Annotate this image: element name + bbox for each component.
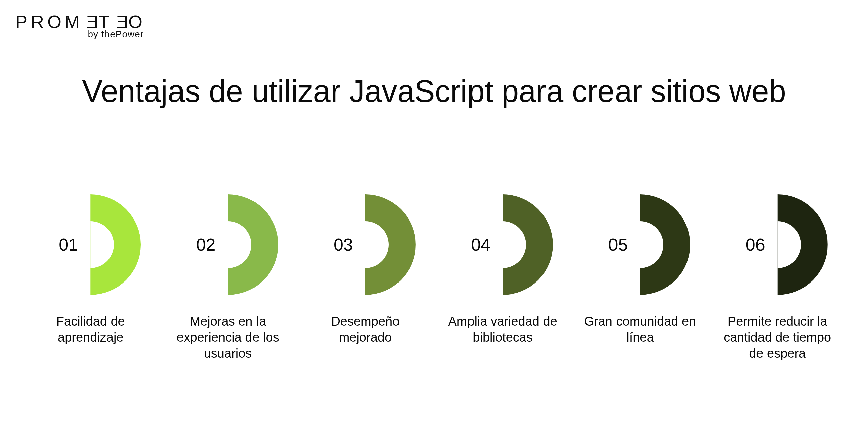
advantage-number: 03 [334,235,353,255]
brand-logo: PROMETEO by thePower [16,13,146,39]
advantage-label: Permite reducir la cantidad de tiempo de… [721,314,835,361]
advantage-number: 02 [196,235,216,255]
advantage-item-02: 02Mejoras en la experiencia de los usuar… [161,194,295,361]
d-badge-icon: 06 [727,194,828,295]
advantage-label: Gran comunidad en línea [583,314,697,346]
half-d-shape [727,194,828,295]
half-d-shape [178,194,278,295]
advantage-label: Mejoras en la experiencia de los usuario… [171,314,285,361]
half-d-shape [453,194,553,295]
page-title: Ventajas de utilizar JavaScript para cre… [43,74,825,109]
advantage-item-06: 06Permite reducir la cantidad de tiempo … [711,194,844,361]
advantage-item-01: 01Facilidad de aprendizaje [24,194,157,346]
d-badge-icon: 05 [590,194,690,295]
advantages-row: 01Facilidad de aprendizaje02Mejoras en l… [0,194,868,361]
d-badge-icon: 03 [315,194,415,295]
half-d-shape [590,194,690,295]
advantage-item-03: 03Desempeño mejorado [299,194,432,346]
half-d-shape [315,194,415,295]
d-badge-icon: 02 [178,194,278,295]
advantage-label: Amplia variedad de bibliotecas [446,314,560,346]
d-badge-icon: 01 [40,194,141,295]
d-badge-icon: 04 [453,194,553,295]
advantage-label: Desempeño mejorado [308,314,422,346]
advantage-label: Facilidad de aprendizaje [33,314,147,346]
advantage-number: 01 [59,235,78,255]
advantage-number: 04 [471,235,490,255]
advantage-item-04: 04Amplia variedad de bibliotecas [436,194,569,346]
advantage-item-05: 05Gran comunidad en línea [573,194,707,346]
logo-wordmark: PROMETEO [16,13,146,31]
advantage-number: 06 [746,235,765,255]
half-d-shape [40,194,141,295]
advantage-number: 05 [608,235,627,255]
